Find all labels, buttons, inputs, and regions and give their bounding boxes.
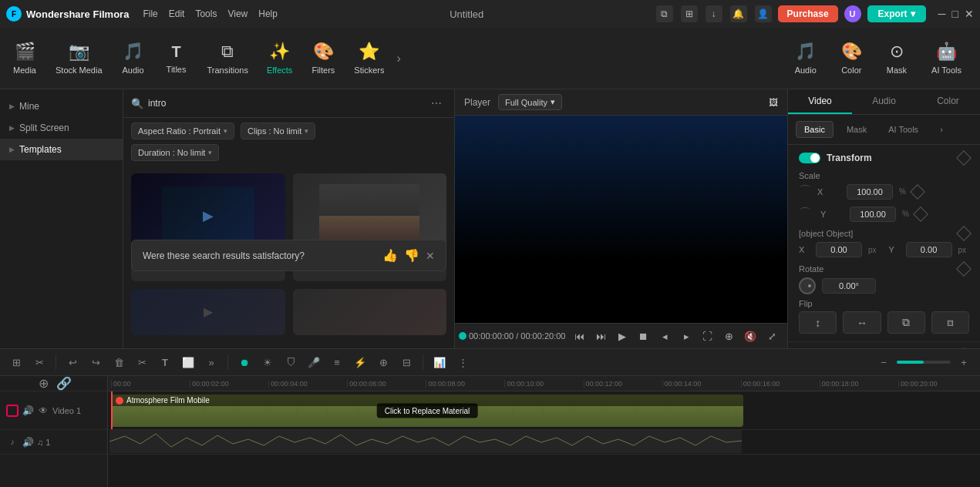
zoom-minus-button[interactable]: − xyxy=(874,352,894,372)
menu-view[interactable]: View xyxy=(227,8,248,19)
menu-tools[interactable]: Tools xyxy=(195,8,217,19)
skip-back-button[interactable]: ⏮ xyxy=(571,328,587,344)
cat-split-screen[interactable]: ▶ Split Screen xyxy=(0,117,123,139)
flip-reset-button[interactable]: ⧈ xyxy=(931,311,969,334)
thumbup-button[interactable]: 👍 xyxy=(382,248,398,263)
toolbar-ai-tools[interactable]: 🤖 AI Tools xyxy=(922,37,971,79)
toolbar-filters[interactable]: 🎨 Filters xyxy=(301,28,345,89)
transform-keyframe-button[interactable] xyxy=(956,150,972,166)
toolbar-color[interactable]: 🎨 Color xyxy=(832,37,871,79)
feedback-close-button[interactable]: ✕ xyxy=(426,250,435,262)
tl-rect-button[interactable]: ⬜ xyxy=(178,352,198,372)
toolbar-audio[interactable]: 🎵 Audio xyxy=(112,28,155,89)
rotate-keyframe[interactable] xyxy=(956,261,972,277)
purchase-button[interactable]: Purchase xyxy=(778,5,838,22)
rotate-dial[interactable] xyxy=(799,277,816,294)
audio-track-icon[interactable]: ♪ xyxy=(6,436,19,448)
tl-undo-button[interactable]: ↩ xyxy=(62,352,83,372)
duration-filter[interactable]: Duration : No limit ▾ xyxy=(131,144,219,161)
tl-more-button[interactable]: » xyxy=(201,352,221,372)
subtab-ai-tools[interactable]: AI Tools xyxy=(880,121,927,138)
mark-out-button[interactable]: ▸ xyxy=(679,328,694,344)
tl-audio-button[interactable]: 🎤 xyxy=(304,352,324,372)
mute-button[interactable]: 🔇 xyxy=(743,328,758,344)
tab-video[interactable]: Video xyxy=(788,89,852,114)
track-eye-icon[interactable]: 👁 xyxy=(37,405,49,417)
add-marker-button[interactable]: ⊕ xyxy=(722,328,737,344)
scale-y-keyframe[interactable] xyxy=(913,207,928,222)
menu-help[interactable]: Help xyxy=(258,8,278,19)
player-settings-icon[interactable]: 🖼 xyxy=(769,97,778,108)
quality-selector[interactable]: Full Quality ▾ xyxy=(498,94,562,110)
thumbdown-button[interactable]: 👎 xyxy=(404,248,419,263)
transform-toggle-switch[interactable] xyxy=(799,153,820,163)
fullscreen-button[interactable]: ⤢ xyxy=(764,328,780,344)
template-card-3[interactable]: ▶ xyxy=(131,289,285,335)
position-keyframe[interactable] xyxy=(956,226,972,241)
close-button[interactable]: ✕ xyxy=(965,8,974,20)
avatar[interactable]: U xyxy=(844,5,861,22)
tl-delete-button[interactable]: 🗑 xyxy=(109,352,129,372)
stop-button[interactable]: ⏹ xyxy=(636,328,652,344)
tl-record-button[interactable]: ⏺ xyxy=(234,352,254,372)
toolbar-titles[interactable]: T Titles xyxy=(155,28,198,89)
tl-speed-button[interactable]: ⚡ xyxy=(350,352,370,372)
subtab-more[interactable]: › xyxy=(931,121,951,138)
extract-button[interactable]: ⛶ xyxy=(700,328,716,344)
minimize-button[interactable]: ─ xyxy=(938,8,946,20)
toolbar-media[interactable]: 🎬 Media xyxy=(3,28,46,89)
tl-mask-button[interactable]: ⛉ xyxy=(281,352,301,372)
rotate-input[interactable] xyxy=(822,278,876,294)
tl-redo-button[interactable]: ↪ xyxy=(86,352,106,372)
notification-icon[interactable]: 🔔 xyxy=(730,5,747,22)
aspect-ratio-filter[interactable]: Aspect Ratio : Portrait ▾ xyxy=(131,123,234,139)
search-input[interactable] xyxy=(148,98,422,109)
export-dropdown-icon[interactable]: ▾ xyxy=(911,8,915,19)
download-icon[interactable]: ↓ xyxy=(706,5,722,22)
menu-edit[interactable]: Edit xyxy=(169,8,185,19)
tab-audio[interactable]: Audio xyxy=(852,89,916,114)
transform-toggle[interactable] xyxy=(799,153,820,163)
tab-color[interactable]: Color xyxy=(916,89,980,114)
cat-mine[interactable]: ▶ Mine xyxy=(0,96,123,117)
zoom-slider[interactable] xyxy=(897,361,951,364)
export-button[interactable]: Export ▾ xyxy=(867,5,926,22)
menu-file[interactable]: File xyxy=(143,8,157,19)
template-card-4[interactable] xyxy=(293,289,447,335)
scale-y-input[interactable] xyxy=(850,207,896,222)
tl-add-track-button[interactable]: ⊕ xyxy=(373,352,393,372)
toolbar-mask[interactable]: ⊙ Mask xyxy=(877,37,916,79)
track-speaker-icon[interactable]: 🔊 xyxy=(22,405,34,417)
pos-y-input[interactable] xyxy=(906,242,952,257)
toolbar-stock-media[interactable]: 📷 Stock Media xyxy=(46,28,112,89)
tl-grid-button[interactable]: ⋮ xyxy=(453,352,473,372)
flip-vertical-button[interactable]: ↕ xyxy=(799,311,837,334)
mark-in-button[interactable]: ◂ xyxy=(657,328,672,344)
play-button[interactable]: ▶ xyxy=(615,328,630,344)
video-clip[interactable]: Atmosphere Film Mobile Click to Replace … xyxy=(111,395,743,427)
scale-x-keyframe[interactable] xyxy=(910,184,925,200)
tl-cut-button[interactable]: ✂ xyxy=(132,352,152,372)
tl-scene-button[interactable]: ⊞ xyxy=(6,352,26,372)
frame-back-button[interactable]: ⏭ xyxy=(593,328,608,344)
zoom-plus-button[interactable]: + xyxy=(954,352,974,372)
toolbar-expand[interactable]: › xyxy=(393,28,403,89)
tl-meter-button[interactable]: 📊 xyxy=(429,352,450,372)
clips-filter[interactable]: Clips : No limit ▾ xyxy=(241,123,315,139)
search-more-button[interactable]: ⋯ xyxy=(426,96,446,111)
tl-color-button[interactable]: ☀ xyxy=(258,352,278,372)
audio-track-speaker[interactable]: 🔊 xyxy=(22,436,34,448)
pos-x-input[interactable] xyxy=(816,242,862,257)
flip-horizontal-button[interactable]: ↔ xyxy=(843,311,881,334)
toolbar-stickers[interactable]: ⭐ Stickers xyxy=(345,28,393,89)
toolbar-audio-right[interactable]: 🎵 Audio xyxy=(786,37,826,79)
subtab-basic[interactable]: Basic xyxy=(796,121,834,138)
tl-magnet-button[interactable]: ✂ xyxy=(29,352,49,372)
flip-both-button[interactable]: ⧉ xyxy=(887,311,925,334)
track-video-icon[interactable] xyxy=(6,405,19,417)
tl-text-button[interactable]: T xyxy=(155,352,175,372)
cat-templates[interactable]: ▶ Templates xyxy=(0,139,123,160)
scale-x-input[interactable] xyxy=(847,184,893,200)
toolbar-transitions[interactable]: ⧉ Transitions xyxy=(198,28,258,89)
maximize-button[interactable]: □ xyxy=(952,8,958,20)
